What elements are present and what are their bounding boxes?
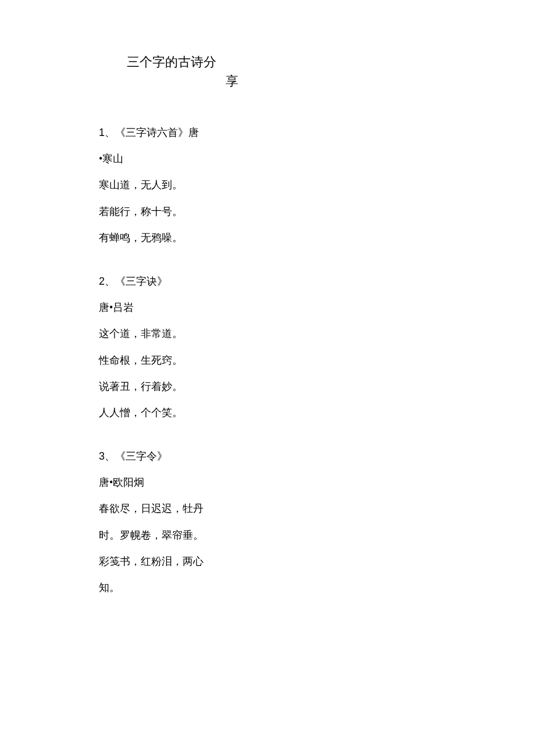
poem-1-separator: 、 [105,127,115,138]
poem-3-line-2: 时。罗幌卷，翠帘垂。 [99,528,244,543]
poem-3-title: 《三字令》 [115,450,167,462]
poem-2-line-4: 人人憎，个个笑。 [99,406,244,420]
poem-block-3: 3、《三字令》 唐•欧阳炯 春欲尽，日迟迟，牡丹 时。罗幌卷，翠帘垂。 彩笺书，… [99,449,244,595]
poem-1-title: 《三字诗六首》唐 [115,127,199,138]
title-line-2: 享 [99,71,244,91]
document-content: 三个字的古诗分 享 1、《三字诗六首》唐 •寒山 寒山道，无人到。 若能行，称十… [99,52,244,595]
poem-1-number: 1 [99,127,105,138]
document-title: 三个字的古诗分 享 [99,52,244,91]
poem-2-line-2: 性命根，生死窍。 [99,353,244,368]
poem-1-header: 1、《三字诗六首》唐 [99,126,244,140]
poem-1-line-2: 若能行，称十号。 [99,205,244,219]
poem-2-author: 唐•吕岩 [99,300,244,315]
poem-1-line-3: 有蝉鸣，无鸦噪。 [99,231,244,245]
poem-2-line-1: 这个道，非常道。 [99,327,244,341]
poem-3-header: 3、《三字令》 [99,449,244,464]
poem-3-line-3: 彩笺书，红粉泪，两心 [99,554,244,569]
poem-2-header: 2、《三字诀》 [99,274,244,289]
poem-2-line-3: 说著丑，行着妙。 [99,379,244,394]
poem-3-line-1: 春欲尽，日迟迟，牡丹 [99,501,244,516]
poem-3-number: 3 [99,450,105,462]
poem-1-author: •寒山 [99,152,244,166]
poem-1-line-1: 寒山道，无人到。 [99,178,244,192]
poem-3-author: 唐•欧阳炯 [99,475,244,490]
poem-block-1: 1、《三字诗六首》唐 •寒山 寒山道，无人到。 若能行，称十号。 有蝉鸣，无鸦噪… [99,126,244,245]
title-line-1: 三个字的古诗分 [99,52,244,71]
poem-2-separator: 、 [105,275,115,287]
poem-2-title: 《三字诀》 [115,275,167,287]
poem-block-2: 2、《三字诀》 唐•吕岩 这个道，非常道。 性命根，生死窍。 说著丑，行着妙。 … [99,274,244,420]
poem-3-separator: 、 [105,450,115,462]
poem-2-number: 2 [99,275,105,287]
poem-3-line-4: 知。 [99,581,244,595]
